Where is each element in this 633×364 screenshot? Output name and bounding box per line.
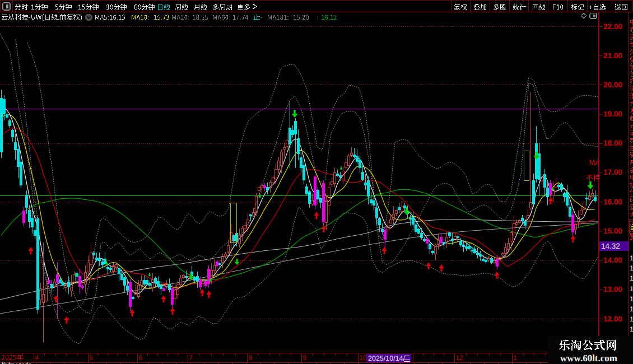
svg-text:www.60lt.com: www.60lt.com (560, 353, 617, 363)
svg-text:7: 7 (189, 354, 193, 362)
svg-text:1: 1 (630, 295, 633, 303)
svg-text:12: 12 (455, 354, 463, 362)
svg-text:18.00: 18.00 (603, 139, 622, 147)
svg-text:10: 10 (359, 354, 367, 362)
svg-text:21.00: 21.00 (603, 52, 622, 60)
svg-text:1: 1 (513, 354, 517, 362)
svg-text:17.00: 17.00 (603, 168, 622, 176)
svg-text:8: 8 (248, 354, 252, 362)
svg-text:1: 1 (630, 315, 633, 323)
svg-text:4: 4 (35, 354, 39, 362)
svg-text:1: 1 (630, 305, 633, 313)
svg-text:19.00: 19.00 (603, 110, 622, 118)
svg-text:13.00: 13.00 (603, 285, 622, 293)
svg-text:1: 1 (630, 254, 633, 262)
svg-text:15.00: 15.00 (603, 227, 622, 235)
svg-text:14.00: 14.00 (603, 256, 622, 264)
svg-text:5: 5 (89, 354, 93, 362)
svg-text:22.00: 22.00 (603, 22, 622, 31)
svg-text:9: 9 (302, 354, 306, 362)
svg-text:12.00: 12.00 (603, 315, 622, 323)
svg-text:6: 6 (138, 354, 142, 362)
svg-text:16.00: 16.00 (603, 198, 622, 206)
svg-text:1: 1 (630, 274, 633, 282)
svg-text:1: 1 (630, 325, 633, 333)
svg-text:1: 1 (630, 285, 633, 293)
svg-text:20.00: 20.00 (603, 81, 622, 89)
svg-text:1: 1 (630, 264, 633, 272)
svg-text:2025/10/14/: 2025/10/14/ (368, 354, 406, 362)
svg-text:14.32: 14.32 (601, 242, 620, 250)
